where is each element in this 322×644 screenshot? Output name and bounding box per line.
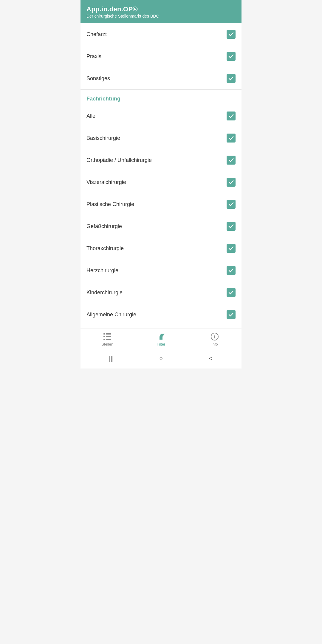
app-subtitle: Der chirurgische Stellenmarkt des BDC [86, 14, 236, 18]
list-item-praxis[interactable]: Praxis [80, 45, 242, 67]
checkbox-plastische[interactable] [227, 200, 236, 209]
svg-rect-4 [103, 339, 105, 340]
list-item-basischirurgie[interactable]: Basischirurgie [80, 127, 242, 149]
checkbox-gefaesschirurgie[interactable] [227, 222, 236, 231]
nav-item-info[interactable]: i Info [188, 329, 242, 349]
list-item-alle[interactable]: Alle [80, 105, 242, 127]
list-item-kinderchirurgie[interactable]: Kinderchirurgie [80, 281, 242, 304]
stellen-icon [103, 332, 112, 341]
list-item-label-orthopaedie: Orthopädie / Unfallchirurgie [86, 157, 152, 163]
list-item-label-thoraxchirurgie: Thoraxchirurgie [86, 245, 124, 252]
top-items-list: Chefarzt Praxis Sonstiges [80, 23, 242, 89]
list-item-viszeralchirurgie[interactable]: Viszeralchirurgie [80, 171, 242, 193]
bottom-navigation: Stellen Filter i Info [80, 329, 242, 349]
list-item-label-chefarzt: Chefarzt [86, 31, 107, 38]
list-item-chefarzt[interactable]: Chefarzt [80, 23, 242, 45]
list-item-label-kinderchirurgie: Kinderchirurgie [86, 290, 123, 296]
list-item-label-plastische: Plastische Chirurgie [86, 201, 134, 208]
fachrichtung-items-list: Alle Basischirurgie Orthopädie / Unfallc… [80, 105, 242, 326]
checkbox-viszeralchirurgie[interactable] [227, 178, 236, 187]
checkbox-basischirurgie[interactable] [227, 134, 236, 143]
list-item-label-basischirurgie: Basischirurgie [86, 135, 120, 141]
svg-text:i: i [214, 335, 215, 339]
list-item-plastische[interactable]: Plastische Chirurgie [80, 193, 242, 215]
filter-label: Filter [157, 342, 165, 346]
list-item-thoraxchirurgie[interactable]: Thoraxchirurgie [80, 237, 242, 259]
fachrichtung-title: Fachrichtung [86, 96, 120, 102]
checkbox-kinderchirurgie[interactable] [227, 288, 236, 297]
checkbox-thoraxchirurgie[interactable] [227, 244, 236, 253]
app-title: App.in.den.OP® [86, 5, 236, 13]
checkbox-praxis[interactable] [227, 52, 236, 61]
svg-rect-0 [103, 333, 105, 335]
main-content: Chefarzt Praxis Sonstiges Fachrichtung [80, 23, 242, 329]
list-item-gefaesschirurgie[interactable]: Gefäßchirurgie [80, 215, 242, 237]
svg-rect-3 [106, 336, 111, 337]
list-item-orthopaedie[interactable]: Orthopädie / Unfallchirurgie [80, 149, 242, 171]
list-item-label-sonstiges: Sonstiges [86, 75, 110, 82]
list-item-herzchirurgie[interactable]: Herzchirurgie [80, 259, 242, 281]
checkbox-alle[interactable] [227, 112, 236, 120]
fachrichtung-section-header: Fachrichtung [80, 90, 242, 105]
list-item-label-herzchirurgie: Herzchirurgie [86, 267, 118, 274]
back-button[interactable]: < [205, 353, 216, 364]
nav-item-stellen[interactable]: Stellen [80, 329, 134, 349]
stellen-label: Stellen [101, 342, 113, 346]
filter-icon [157, 332, 165, 341]
list-item-allgemeine[interactable]: Allgemeine Chirurgie [80, 304, 242, 326]
list-item-label-alle: Alle [86, 113, 95, 119]
checkbox-sonstiges[interactable] [227, 74, 236, 83]
app-header: App.in.den.OP® Der chirurgische Stellenm… [80, 0, 242, 23]
checkbox-chefarzt[interactable] [227, 30, 236, 39]
list-item-label-praxis: Praxis [86, 53, 101, 60]
svg-rect-1 [106, 333, 111, 335]
list-item-label-gefaesschirurgie: Gefäßchirurgie [86, 223, 122, 230]
list-item-sonstiges[interactable]: Sonstiges [80, 67, 242, 89]
checkbox-herzchirurgie[interactable] [227, 266, 236, 275]
svg-rect-5 [106, 339, 111, 340]
recent-apps-button[interactable]: ||| [106, 353, 117, 364]
home-button[interactable]: ○ [156, 353, 166, 364]
system-navigation: ||| ○ < [80, 349, 242, 369]
info-label: Info [211, 342, 218, 346]
svg-rect-2 [103, 336, 105, 337]
checkbox-allgemeine[interactable] [227, 310, 236, 319]
nav-item-filter[interactable]: Filter [134, 329, 188, 349]
info-icon: i [210, 332, 219, 341]
list-item-label-allgemeine: Allgemeine Chirurgie [86, 312, 136, 318]
list-item-label-viszeralchirurgie: Viszeralchirurgie [86, 179, 126, 185]
svg-marker-6 [160, 334, 165, 340]
checkbox-orthopaedie[interactable] [227, 156, 236, 165]
